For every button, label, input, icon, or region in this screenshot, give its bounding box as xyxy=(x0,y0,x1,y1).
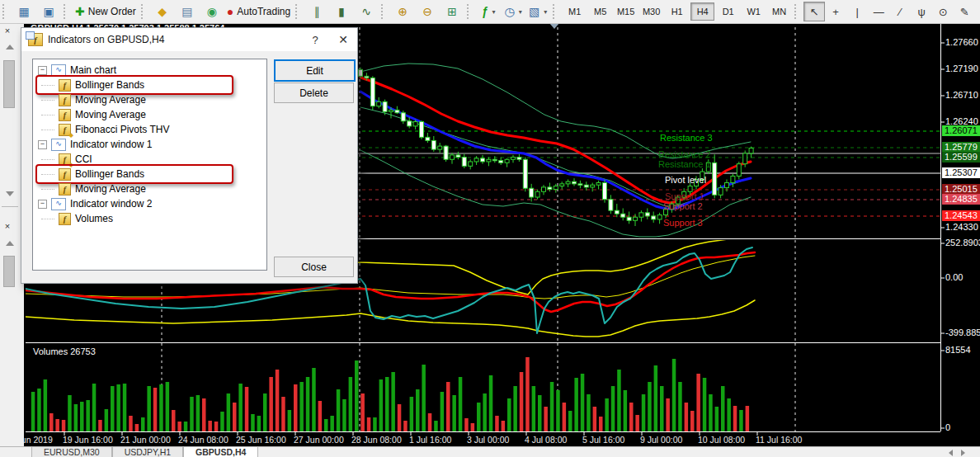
timeframe-w1-button[interactable]: W1 xyxy=(742,2,766,21)
tree-connector xyxy=(41,85,54,86)
chart-shift-marker-icon[interactable] xyxy=(549,23,559,29)
tree-item-label: Main chart xyxy=(70,64,116,76)
tree-item-indicator-window-2[interactable]: −∿Indicator window 2 xyxy=(33,196,266,211)
tree-item-label: CCI xyxy=(75,153,92,165)
panel-close-icon[interactable]: × xyxy=(2,26,13,36)
cursor-icon[interactable]: ↖ xyxy=(803,2,825,21)
dialog-help-button[interactable]: ? xyxy=(301,29,329,50)
indicator-function-icon: f xyxy=(59,79,71,92)
tree-item-bollinger-bands[interactable]: fBollinger Bands xyxy=(33,78,266,92)
scroll-up-icon[interactable] xyxy=(6,241,14,246)
chevron-down-icon[interactable]: ▾ xyxy=(492,8,496,16)
new-order-button[interactable]: ✚New Order xyxy=(73,2,139,21)
crosshair-icon[interactable]: + xyxy=(825,2,846,21)
text-label-icon[interactable]: ✎ xyxy=(954,2,975,21)
tabs-scroll-right-icon[interactable] xyxy=(961,450,965,456)
collapse-icon[interactable]: − xyxy=(38,66,47,75)
scrollbar-thumb[interactable] xyxy=(3,60,15,108)
magnifier-icon[interactable]: ⊙ xyxy=(932,2,954,21)
indicator-tree[interactable]: −∿Main chartfBollinger BandsfMoving Aver… xyxy=(32,59,267,271)
signals-icon: ◉ xyxy=(207,5,217,18)
scroll-up-icon[interactable] xyxy=(6,45,14,49)
timeframe-d1-button[interactable]: D1 xyxy=(716,2,740,21)
chart-profiles-button[interactable]: ▣ xyxy=(36,2,61,21)
timeframe-m5-button[interactable]: M5 xyxy=(588,2,612,21)
templates-button[interactable]: ▧▾ xyxy=(525,2,550,21)
close-button[interactable]: Close xyxy=(274,257,354,277)
tile-windows-button[interactable]: ⊞ xyxy=(440,2,464,21)
vertical-line-icon[interactable]: | xyxy=(846,2,868,21)
toolbar-grip xyxy=(553,4,558,19)
tree-item-indicator-window-1[interactable]: −∿Indicator window 1 xyxy=(33,137,266,152)
timeframe-toolbar: M1M5M15M30H1H4D1W1MN xyxy=(562,2,792,21)
candlestick-button[interactable]: ▮ xyxy=(329,2,354,21)
chart-tab-eurusd-m30[interactable]: EURUSD,M30 xyxy=(31,447,112,457)
timeframe-m30-button[interactable]: M30 xyxy=(639,2,663,21)
chart-list-button[interactable]: ▦ xyxy=(12,2,36,21)
tree-item-label: Moving Average xyxy=(75,94,146,106)
dialog-close-button[interactable]: ✕ xyxy=(329,29,357,50)
mt4-application-window: ▦▣✚New Order◆▤◉●AutoTrading∥▮∿⊕⊖⊞ƒ▾◷▾▧▾ … xyxy=(0,0,980,457)
chevron-down-icon[interactable]: ▾ xyxy=(519,8,522,16)
tree-connector xyxy=(41,219,54,219)
line-chart-button[interactable]: ∿ xyxy=(354,2,379,21)
tree-item-moving-average[interactable]: fMoving Average xyxy=(33,181,266,196)
timeframe-h1-button[interactable]: H1 xyxy=(665,2,689,21)
tree-item-fibonacci-pivots-thv[interactable]: fFibonacci Pivots THV xyxy=(33,122,266,137)
line-tools-toolbar: ↖+|—∕ψ⊙✎ xyxy=(803,2,975,21)
zoom-in-button[interactable]: ⊕ xyxy=(390,2,415,21)
new-order-icon: ✚ xyxy=(75,5,85,18)
panel-close-icon[interactable]: × xyxy=(2,221,13,232)
timeframe-m15-button[interactable]: M15 xyxy=(614,2,638,21)
bar-chart-button[interactable]: ∥ xyxy=(304,2,329,21)
tree-item-bollinger-bands[interactable]: fBollinger Bands xyxy=(33,167,266,181)
autotrading-icon: ● xyxy=(227,5,233,18)
chart-tab-gbpusd-h4[interactable]: GBPUSD,H4 xyxy=(183,447,258,457)
tree-item-label: Indicator window 2 xyxy=(70,198,152,210)
terminal-button[interactable]: ▤ xyxy=(175,2,200,21)
zoom-out-button[interactable]: ⊖ xyxy=(415,2,440,21)
chart-tab-usdjpy-h1[interactable]: USDJPY,H1 xyxy=(112,447,183,457)
tree-connector xyxy=(41,174,54,175)
tree-connector xyxy=(41,130,54,130)
tabs-scroll-left-icon[interactable] xyxy=(949,450,953,456)
trendline-icon[interactable]: ∕ xyxy=(889,2,911,21)
scrollbar-thumb[interactable] xyxy=(3,256,15,287)
autotrading-button[interactable]: ●AutoTrading xyxy=(224,2,293,21)
pitchfork-icon[interactable]: ψ xyxy=(911,2,932,21)
line-chart-icon: ∿ xyxy=(361,5,371,18)
bar-chart-icon: ∥ xyxy=(314,5,320,18)
timeframe-h4-button[interactable]: H4 xyxy=(690,2,714,21)
timeframe-mn-button[interactable]: MN xyxy=(767,2,791,21)
toolbar-grip xyxy=(381,4,386,19)
toolbar-grip xyxy=(794,4,799,19)
expert-advisors-button[interactable]: ◆ xyxy=(150,2,175,21)
tree-item-volumes[interactable]: fVolumes xyxy=(33,211,266,226)
edit-button[interactable]: Edit xyxy=(274,59,356,82)
collapse-icon[interactable]: − xyxy=(38,200,47,209)
tree-item-moving-average[interactable]: fMoving Average xyxy=(33,107,266,122)
chevron-down-icon[interactable]: ▾ xyxy=(544,8,547,16)
delete-button[interactable]: Delete xyxy=(274,82,354,103)
indicator-function-icon: f xyxy=(59,94,71,106)
periods-icon: ◷ xyxy=(505,5,515,18)
timeframe-m1-button[interactable]: M1 xyxy=(563,2,587,21)
toolbar-grip xyxy=(64,4,68,19)
tree-item-label: Indicator window 1 xyxy=(70,139,152,150)
indicator-function-icon: f xyxy=(59,124,71,136)
scroll-down-icon[interactable] xyxy=(6,191,14,196)
indicator-function-icon: f xyxy=(59,183,71,196)
toolbar: ▦▣✚New Order◆▤◉●AutoTrading∥▮∿⊕⊖⊞ƒ▾◷▾▧▾ … xyxy=(0,0,980,24)
tree-item-moving-average[interactable]: fMoving Average xyxy=(33,92,266,107)
autotrading-label: AutoTrading xyxy=(237,6,290,17)
zoom-in-icon: ⊕ xyxy=(398,5,408,18)
indicators-button[interactable]: ƒ▾ xyxy=(476,2,501,21)
toolbar-grip xyxy=(467,4,472,19)
tree-connector xyxy=(41,189,54,190)
dialog-titlebar[interactable]: f Indicators on GBPUSD,H4 ? ✕ xyxy=(21,28,357,51)
signals-button[interactable]: ◉ xyxy=(200,2,224,21)
horizontal-line-icon[interactable]: — xyxy=(868,2,889,21)
periods-button[interactable]: ◷▾ xyxy=(501,2,525,21)
tree-item-label: Bollinger Bands xyxy=(75,168,144,180)
collapse-icon[interactable]: − xyxy=(38,140,47,149)
